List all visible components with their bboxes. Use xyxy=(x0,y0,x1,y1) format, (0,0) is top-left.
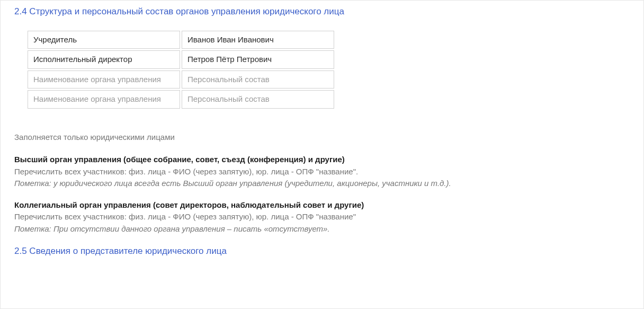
table-row: УчредительИванов Иван Иванович xyxy=(28,31,334,49)
personnel-placeholder[interactable]: Персональный состав xyxy=(182,70,334,89)
org-body-name-placeholder[interactable]: Наименование органа управления xyxy=(28,70,180,89)
supreme-body-hint: Пометка: у юридического лица всегда есть… xyxy=(14,178,630,190)
collegial-body-block: Коллегиальный орган управления (совет ди… xyxy=(14,199,630,235)
collegial-body-desc: Перечислить всех участников: физ. лица -… xyxy=(14,211,630,223)
section-2-4-heading[interactable]: 2.4 Структура и персональный состав орга… xyxy=(14,5,630,19)
org-structure-table: УчредительИванов Иван ИвановичИсполнител… xyxy=(26,29,336,110)
supreme-body-title: Высший орган управления (общее собрание,… xyxy=(14,154,630,166)
org-structure-table-wrap: УчредительИванов Иван ИвановичИсполнител… xyxy=(26,29,630,110)
personnel-cell[interactable]: Иванов Иван Иванович xyxy=(182,31,334,49)
table-row: Наименование органа управленияПерсональн… xyxy=(28,90,334,109)
personnel-placeholder[interactable]: Персональный состав xyxy=(182,90,334,109)
collegial-body-hint: Пометка: При отсутствии данного органа у… xyxy=(14,223,630,235)
legal-entity-note: Заполняется только юридическими лицами xyxy=(14,131,630,144)
org-body-name-placeholder[interactable]: Наименование органа управления xyxy=(28,90,180,109)
supreme-body-desc: Перечислить всех участников: физ. лица -… xyxy=(14,166,630,178)
org-body-name-cell[interactable]: Учредитель xyxy=(28,31,180,49)
supreme-body-block: Высший орган управления (общее собрание,… xyxy=(14,154,630,190)
org-body-name-cell[interactable]: Исполнительный директор xyxy=(28,50,180,69)
table-row: Исполнительный директорПетров Пётр Петро… xyxy=(28,50,334,69)
section-2-5-heading[interactable]: 2.5 Сведения о представителе юридическог… xyxy=(14,244,630,258)
table-row: Наименование органа управленияПерсональн… xyxy=(28,70,334,89)
collegial-body-title: Коллегиальный орган управления (совет ди… xyxy=(14,199,630,211)
personnel-cell[interactable]: Петров Пётр Петрович xyxy=(182,50,334,69)
